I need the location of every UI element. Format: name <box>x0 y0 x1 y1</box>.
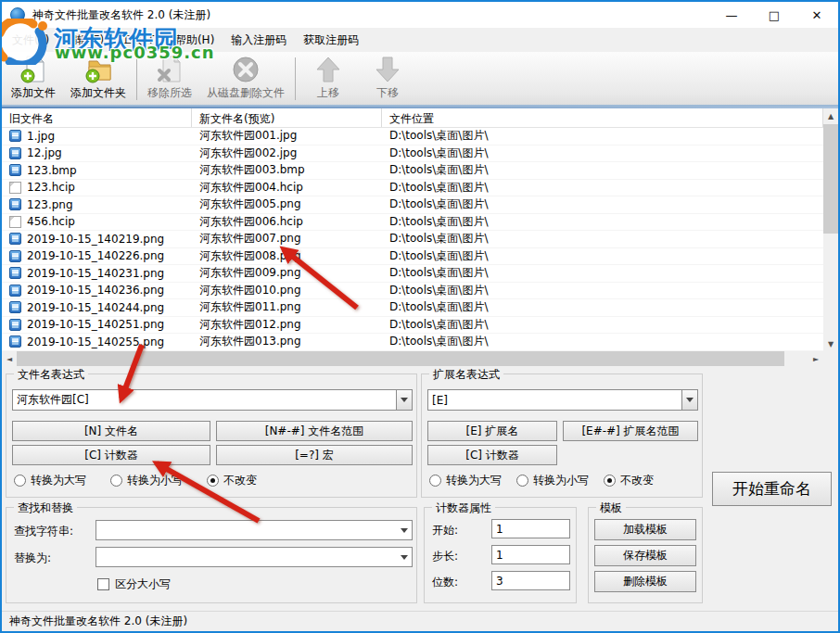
scroll-down-icon[interactable]: ▼ <box>823 336 838 351</box>
menu-file[interactable]: 文件(F) <box>4 29 57 52</box>
cell-old-name: 2019-10-15_140219.png <box>2 233 192 246</box>
cell-new-name: 河东软件园011.png <box>192 299 382 315</box>
image-file-icon <box>9 198 21 210</box>
menu-help[interactable]: 帮助(H) <box>167 29 223 52</box>
counter-properties-group: 计数器属性 开始: 步长: 位数: <box>424 507 577 603</box>
cell-old-name: 1.jpg <box>2 130 192 143</box>
insert-filename-range-button[interactable]: [N#-#] 文件名范围 <box>216 421 413 441</box>
menu-tools[interactable]: 工具(T) <box>112 29 167 52</box>
horizontal-scrollbar-thumb[interactable] <box>17 351 784 366</box>
cell-new-name: 河东软件园003.bmp <box>192 162 382 178</box>
cell-path: D:\tools\桌面\图片\ <box>382 214 823 230</box>
add-folder-button[interactable]: 添加文件夹 <box>63 53 134 105</box>
start-rename-button[interactable]: 开始重命名 <box>712 472 832 506</box>
vertical-scrollbar-thumb[interactable] <box>823 124 838 234</box>
table-row[interactable]: 2019-10-15_140255.png 河东软件园013.png D:\to… <box>2 334 823 351</box>
cell-old-name: 2019-10-15_140251.png <box>2 318 192 331</box>
cell-path: D:\tools\桌面\图片\ <box>382 162 823 178</box>
filename-expression-combobox[interactable]: 河东软件园[C] <box>12 389 413 411</box>
radio-to-uppercase[interactable]: 转换为大写 <box>429 473 502 488</box>
insert-counter-button[interactable]: [C] 计数器 <box>12 445 210 465</box>
menu-bar: 文件(F) 编辑(E) 工具(T) 帮助(H) 输入注册码 获取注册码 <box>2 28 838 52</box>
dropdown-button[interactable] <box>396 390 412 410</box>
filename-expression-value: 河东软件园[C] <box>13 392 396 408</box>
radio-icon <box>14 475 26 487</box>
table-row[interactable]: 123.png 河东软件园005.png D:\tools\桌面\图片\ <box>2 196 823 214</box>
minimize-button[interactable]: — <box>710 2 753 28</box>
delete-template-button[interactable]: 删除模板 <box>594 571 696 592</box>
radio-label: 不改变 <box>620 473 654 488</box>
vertical-scrollbar[interactable]: ▲ ▼ <box>823 108 838 351</box>
dropdown-button[interactable] <box>396 548 412 566</box>
old-name-text: 123.hcip <box>27 181 75 194</box>
column-header-old-name[interactable]: 旧文件名 <box>2 108 192 127</box>
table-row[interactable]: 2019-10-15_140236.png 河东软件园010.png D:\to… <box>2 283 823 300</box>
settings-panel: 文件名表达式 河东软件园[C] [N] 文件名 [N#-#] 文件名范围 [C]… <box>2 366 838 611</box>
scroll-left-icon[interactable]: ◄ <box>2 351 17 366</box>
load-template-button[interactable]: 加载模板 <box>594 519 696 540</box>
cell-new-name: 河东软件园007.png <box>192 231 382 247</box>
table-row[interactable]: 2019-10-15_140219.png 河东软件园007.png D:\to… <box>2 231 823 248</box>
counter-start-input[interactable] <box>491 519 570 538</box>
delete-circle-icon <box>231 56 261 83</box>
add-file-button[interactable]: 添加文件 <box>4 53 63 105</box>
insert-extension-range-button[interactable]: [E#-#] 扩展名范围 <box>563 421 698 441</box>
table-row[interactable]: 2019-10-15_140244.png 河东软件园011.png D:\to… <box>2 299 823 317</box>
find-string-combobox[interactable] <box>95 520 413 540</box>
table-row[interactable]: 123.hcip 河东软件园004.hcip D:\tools\桌面\图片\ <box>2 180 823 197</box>
table-row[interactable]: 456.hcip 河东软件园006.hcip D:\tools\桌面\图片\ <box>2 214 823 232</box>
table-row[interactable]: 123.bmp 河东软件园003.bmp D:\tools\桌面\图片\ <box>2 162 823 180</box>
counter-step-input[interactable] <box>491 545 570 564</box>
save-template-button[interactable]: 保存模板 <box>594 545 696 566</box>
cell-path: D:\tools\桌面\图片\ <box>382 334 823 349</box>
checkbox-icon <box>97 578 109 590</box>
radio-to-lowercase[interactable]: 转换为小写 <box>516 473 589 488</box>
table-row[interactable]: 12.jpg 河东软件园002.jpg D:\tools\桌面\图片\ <box>2 146 823 163</box>
toolbar-label: 上移 <box>317 85 339 101</box>
toolbar-label: 添加文件 <box>11 85 56 101</box>
insert-filename-button[interactable]: [N] 文件名 <box>12 421 210 441</box>
scroll-up-icon[interactable]: ▲ <box>823 108 838 123</box>
menu-get-regcode[interactable]: 获取注册码 <box>295 29 367 52</box>
column-header-location[interactable]: 文件位置 <box>382 108 823 127</box>
close-button[interactable]: ✕ <box>795 2 838 28</box>
menu-enter-regcode[interactable]: 输入注册码 <box>223 29 295 52</box>
table-row[interactable]: 1.jpg 河东软件园001.jpg D:\tools\桌面\图片\ <box>2 128 823 146</box>
dropdown-button[interactable] <box>681 390 697 410</box>
replace-with-combobox[interactable] <box>95 547 413 567</box>
extension-expression-combobox[interactable]: [E] <box>427 389 698 411</box>
chevron-down-icon <box>686 398 694 402</box>
image-file-icon <box>9 147 21 159</box>
radio-icon <box>110 475 122 487</box>
filename-case-options: 转换为大写 转换为小写 不改变 <box>14 473 257 488</box>
counter-step-label: 步长: <box>432 549 458 564</box>
insert-macro-button[interactable]: [=?] 宏 <box>216 445 413 465</box>
scroll-right-icon[interactable]: ► <box>808 351 823 366</box>
cell-old-name: 2019-10-15_140244.png <box>2 301 192 314</box>
case-sensitive-checkbox[interactable]: 区分大小写 <box>97 576 171 592</box>
insert-counter-button[interactable]: [C] 计数器 <box>427 445 557 465</box>
menu-edit[interactable]: 编辑(E) <box>57 29 112 52</box>
horizontal-scrollbar-track[interactable] <box>784 351 808 366</box>
insert-extension-button[interactable]: [E] 扩展名 <box>427 421 557 441</box>
table-row[interactable]: 2019-10-15_140226.png 河东软件园008.png D:\to… <box>2 248 823 266</box>
extension-case-options: 转换为大写 转换为小写 不改变 <box>429 473 654 488</box>
image-file-icon <box>9 250 21 262</box>
scrollbar-corner <box>823 351 838 366</box>
radio-to-uppercase[interactable]: 转换为大写 <box>14 473 86 488</box>
table-row[interactable]: 2019-10-15_140231.png 河东软件园009.png D:\to… <box>2 265 823 283</box>
counter-digits-input[interactable] <box>491 571 570 590</box>
table-row[interactable]: 2019-10-15_140251.png 河东软件园012.png D:\to… <box>2 317 823 335</box>
radio-no-change[interactable]: 不改变 <box>604 473 654 488</box>
table-header: 旧文件名 新文件名(预览) 文件位置 <box>2 108 823 128</box>
image-file-icon <box>9 130 21 142</box>
dropdown-button[interactable] <box>396 521 412 539</box>
extension-expression-value: [E] <box>428 394 681 407</box>
column-header-new-name[interactable]: 新文件名(预览) <box>192 108 382 127</box>
horizontal-scrollbar[interactable]: ◄ ► <box>2 351 838 366</box>
maximize-button[interactable]: □ <box>753 2 795 28</box>
radio-to-lowercase[interactable]: 转换为小写 <box>110 473 183 488</box>
chevron-down-icon <box>401 555 408 560</box>
cell-path: D:\tools\桌面\图片\ <box>382 265 823 281</box>
radio-no-change[interactable]: 不改变 <box>207 473 257 488</box>
